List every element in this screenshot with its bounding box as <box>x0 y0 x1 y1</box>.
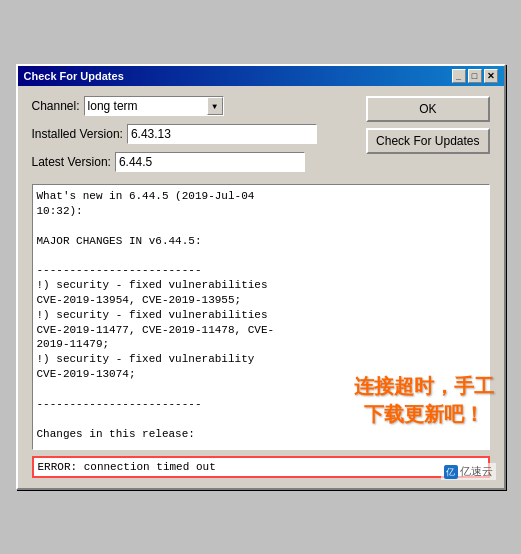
channel-label: Channel: <box>32 99 80 113</box>
channel-row: Channel: long term stable testing ▼ <box>32 96 357 116</box>
channel-select-wrapper: long term stable testing ▼ <box>84 96 224 116</box>
changelog-container <box>32 184 490 450</box>
latest-version-label: Latest Version: <box>32 155 111 169</box>
error-row: ERROR: connection timed out <box>32 456 490 478</box>
installed-version-input[interactable] <box>127 124 317 144</box>
check-updates-button[interactable]: Check For Updates <box>366 128 489 154</box>
window-title: Check For Updates <box>24 70 124 82</box>
ok-button[interactable]: OK <box>366 96 489 122</box>
left-column: Channel: long term stable testing ▼ Inst… <box>32 96 357 180</box>
error-message: ERROR: connection timed out <box>38 461 216 473</box>
maximize-button[interactable]: □ <box>468 69 482 83</box>
right-column: OK Check For Updates <box>366 96 489 180</box>
close-button[interactable]: ✕ <box>484 69 498 83</box>
changelog-textarea[interactable] <box>33 185 489 445</box>
titlebar: Check For Updates _ □ ✕ <box>18 66 504 86</box>
titlebar-controls: _ □ ✕ <box>452 69 498 83</box>
installed-version-row: Installed Version: <box>32 124 357 144</box>
main-window: Check For Updates _ □ ✕ Channel: long te… <box>16 64 506 490</box>
channel-select[interactable]: long term stable testing <box>84 96 224 116</box>
content-area: Channel: long term stable testing ▼ Inst… <box>18 86 504 488</box>
latest-version-input[interactable] <box>115 152 305 172</box>
main-layout: Channel: long term stable testing ▼ Inst… <box>32 96 490 180</box>
latest-version-row: Latest Version: <box>32 152 357 172</box>
installed-version-label: Installed Version: <box>32 127 123 141</box>
minimize-button[interactable]: _ <box>452 69 466 83</box>
